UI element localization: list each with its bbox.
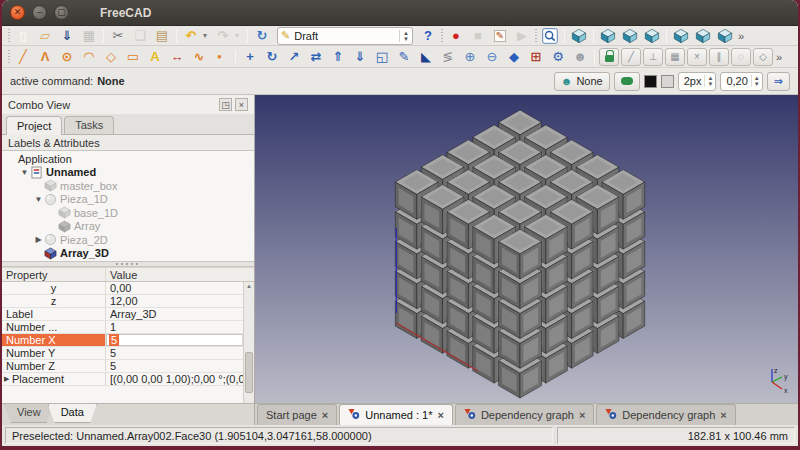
draft-shape2dview-button[interactable]: ◣ (415, 48, 437, 66)
tab-close-icon[interactable]: × (437, 409, 443, 421)
toolbar-grip[interactable] (535, 29, 537, 43)
workbench-selector[interactable]: ✎Draft▲▼ (277, 27, 413, 45)
property-value[interactable]: 0,00 (106, 282, 254, 294)
tree-item-application[interactable]: Application (2, 152, 254, 166)
property-row-number-[interactable]: Number ...1 (2, 321, 254, 334)
toolbar-grip[interactable] (8, 29, 10, 43)
line-color-swatch[interactable] (644, 75, 657, 88)
draft-wire-button[interactable]: Λ (34, 48, 56, 66)
draft-offset-button[interactable]: ↗ (283, 48, 305, 66)
snap-lock-toggle[interactable] (599, 48, 619, 66)
snap-grid-toggle[interactable]: ▦ (665, 48, 685, 66)
apply-style-button[interactable]: ⇒ (767, 72, 790, 91)
expander-closed-icon[interactable]: ▶ (34, 235, 43, 244)
toolbar-draft-overflow[interactable]: » (776, 51, 782, 63)
tree-item-base-1d[interactable]: base_1D (2, 206, 254, 220)
fit-all-button[interactable] (539, 27, 561, 45)
view-left-button[interactable] (692, 27, 714, 45)
property-row-placement[interactable]: ▶Placement[(0,00 0,00 1,00);0,00 °;(0,00… (2, 373, 254, 386)
draft-circle-button[interactable]: ⊙ (56, 48, 78, 66)
property-tab-data[interactable]: Data (48, 404, 97, 423)
tree-item-array-3d[interactable]: Array_3D (2, 247, 254, 261)
mdi-tab-dependency-graph[interactable]: Dependency graph× (596, 404, 735, 425)
property-row-z[interactable]: z12,00 (2, 295, 254, 308)
property-row-number-y[interactable]: Number Y5 (2, 347, 254, 360)
combo-view-tab-project[interactable]: Project (6, 116, 62, 135)
toolbar-grip[interactable] (441, 29, 443, 43)
combo-view-float-button[interactable]: ◳ (219, 98, 232, 111)
window-minimize-button[interactable]: – (32, 5, 47, 20)
tree-item-array[interactable]: Array (2, 220, 254, 234)
property-value[interactable]: 5 (106, 360, 254, 372)
view-front-button[interactable] (597, 27, 619, 45)
view-bottom-button[interactable] (714, 27, 736, 45)
3d-viewport[interactable]: zyx (255, 95, 798, 403)
draft-rotate-button[interactable]: ↻ (261, 48, 283, 66)
property-value[interactable]: Array_3D (106, 308, 254, 320)
combo-spinner-icon[interactable]: ▲▼ (399, 30, 409, 42)
property-value[interactable]: 12,00 (106, 295, 254, 307)
tab-close-icon[interactable]: × (322, 409, 328, 421)
window-close-button[interactable]: ✕ (10, 5, 25, 20)
property-value[interactable]: 5 (106, 347, 254, 359)
undo-menu-arrow[interactable]: ▾ (202, 27, 212, 45)
property-name[interactable]: Number X (2, 334, 106, 346)
tree-item-unnamed[interactable]: ▼Unnamed (2, 166, 254, 180)
snap-extension-toggle[interactable]: ◌ (731, 48, 751, 66)
draft-move-button[interactable]: + (239, 48, 261, 66)
line-width-spinner[interactable]: 2px ▲▼ (678, 72, 717, 91)
property-name[interactable]: Number ... (2, 321, 106, 333)
combo-view-close-button[interactable]: × (235, 98, 248, 111)
draft-tosketch-button[interactable]: ◆ (503, 48, 525, 66)
mdi-tab-start-page[interactable]: Start page× (257, 404, 337, 425)
property-value-editor[interactable]: 5▲▼ (106, 334, 254, 346)
scrollbar-thumb[interactable] (245, 352, 253, 393)
view-right-button[interactable] (641, 27, 663, 45)
snap-special-toggle[interactable]: ◇ (753, 48, 773, 66)
paste-button[interactable]: ▤ (151, 27, 173, 45)
tree-item-master-box[interactable]: master_box (2, 179, 254, 193)
undo-button[interactable]: ↶ (180, 27, 202, 45)
draft-arc-button[interactable]: ◠ (78, 48, 100, 66)
draft-split-button[interactable]: ≶ (437, 48, 459, 66)
property-row-number-x[interactable]: Number X5▲▼ (2, 334, 254, 347)
snap-parallel-toggle[interactable]: ∥ (709, 48, 729, 66)
property-name[interactable]: Label (2, 308, 106, 320)
draft-trimex-button[interactable]: ⇄ (305, 48, 327, 66)
save-button[interactable]: ⇓ (56, 27, 78, 45)
toolbar-grip[interactable] (8, 50, 10, 64)
refresh-button[interactable]: ↻ (251, 27, 273, 45)
property-name[interactable]: y (2, 282, 106, 294)
draft-scale-button[interactable]: ◱ (371, 48, 393, 66)
whats-this-button[interactable]: ? (417, 27, 439, 45)
draft-polygon-button[interactable]: ◇ (100, 48, 122, 66)
snap-perpendicular-toggle[interactable]: ⊥ (643, 48, 663, 66)
property-name[interactable]: Number Y (2, 347, 106, 359)
construction-mode-toggle[interactable] (614, 72, 640, 91)
spinner-arrows-icon[interactable]: ▲▼ (704, 75, 713, 87)
view-rear-button[interactable] (670, 27, 692, 45)
draft-upgrade-button[interactable]: ⇑ (327, 48, 349, 66)
macro-edit-button[interactable]: ✎ (489, 27, 511, 45)
cube-array-view[interactable]: zyx (255, 95, 798, 403)
draft-text-button[interactable]: A (144, 48, 166, 66)
combo-view-tab-tasks[interactable]: Tasks (64, 116, 114, 134)
scroll-up-icon[interactable]: ▲ (244, 283, 254, 289)
draft-utilities-button[interactable]: ☻ (569, 48, 591, 66)
draft-addpoint-button[interactable]: ⊕ (459, 48, 481, 66)
property-name[interactable]: ▶Placement (2, 373, 106, 385)
window-maximize-button[interactable]: ▢ (54, 5, 69, 20)
draft-point-button[interactable]: ● (210, 48, 232, 66)
expander-closed-icon[interactable]: ▶ (4, 375, 12, 383)
snap-intersection-toggle[interactable]: × (687, 48, 707, 66)
autogroup-button[interactable]: ☻ None (554, 72, 610, 91)
tree-item-pieza-2d[interactable]: ▶Pieza_2D (2, 233, 254, 247)
view-axonometric-button[interactable] (568, 27, 590, 45)
expander-open-icon[interactable]: ▼ (34, 195, 43, 204)
property-name[interactable]: z (2, 295, 106, 307)
draft-line-button[interactable]: ╱ (12, 48, 34, 66)
property-name[interactable]: Number Z (2, 360, 106, 372)
open-file-button[interactable]: ▱ (34, 27, 56, 45)
property-tab-view[interactable]: View (4, 404, 54, 423)
draft-downgrade-button[interactable]: ⇓ (349, 48, 371, 66)
